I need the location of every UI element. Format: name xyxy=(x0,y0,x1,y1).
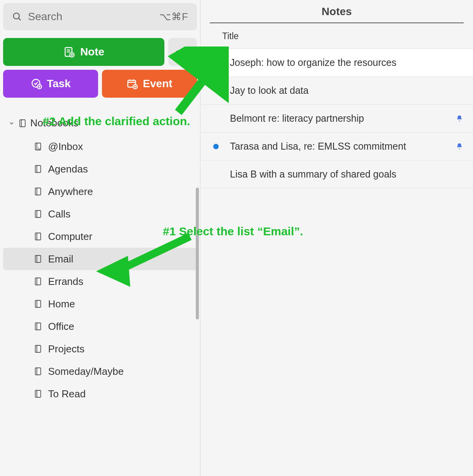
svg-rect-24 xyxy=(35,166,41,172)
notebook-icon xyxy=(33,142,43,151)
note-title: Lisa B with a summary of shared goals xyxy=(222,169,464,180)
svg-rect-32 xyxy=(35,255,41,262)
sidebar-item-notebook[interactable]: Computer xyxy=(3,225,197,248)
note-row[interactable]: Tarasa and Lisa, re: EMLSS commitment xyxy=(200,133,473,160)
sidebar-item-label: Office xyxy=(48,321,74,333)
task-plus-icon xyxy=(31,78,42,90)
note-title: Joseph: how to organize the resources xyxy=(222,57,464,68)
svg-rect-26 xyxy=(35,188,41,195)
notebook-icon xyxy=(33,322,43,331)
note-title: Belmont re: literacy partnership xyxy=(222,113,451,124)
event-button-label: Event xyxy=(143,78,172,90)
new-task-button[interactable]: Task xyxy=(3,70,98,98)
notebook-icon xyxy=(33,254,43,264)
svg-rect-42 xyxy=(35,368,41,375)
bell-icon xyxy=(455,114,464,123)
note-row[interactable]: Belmont re: literacy partnership xyxy=(200,105,473,133)
sidebar-item-notebook[interactable]: Office xyxy=(3,315,197,338)
note-row[interactable]: Lisa B with a summary of shared goals xyxy=(200,160,473,188)
sidebar-item-label: To Read xyxy=(48,388,86,400)
sidebar-item-notebook[interactable]: Email xyxy=(3,248,197,270)
svg-rect-44 xyxy=(35,390,41,397)
search-shortcut: ⌥⌘F xyxy=(159,11,188,23)
note-title: Jay to look at data xyxy=(222,85,464,96)
sidebar-item-notebook[interactable]: Someday/Maybe xyxy=(3,360,197,383)
notebook-icon xyxy=(33,277,43,286)
svg-rect-28 xyxy=(35,210,41,217)
notebook-list: @InboxAgendasAnywhereCallsComputerEmailE… xyxy=(3,135,197,405)
new-event-button[interactable]: Event xyxy=(102,70,197,98)
svg-marker-23 xyxy=(38,147,39,148)
notebook-icon xyxy=(33,299,43,309)
bell-icon xyxy=(455,142,464,151)
main-panel: Notes Title Joseph: how to organize the … xyxy=(200,0,473,476)
note-list: Joseph: how to organize the resourcesJay… xyxy=(200,49,473,188)
notebook-icon xyxy=(33,209,43,219)
sidebar-item-notebook[interactable]: @Inbox xyxy=(3,135,197,158)
sidebar-item-label: Someday/Maybe xyxy=(48,366,124,378)
sidebar-item-notebook[interactable]: Agendas xyxy=(3,158,197,180)
sidebar-item-notebook[interactable]: Home xyxy=(3,293,197,315)
sidebar-item-label: @Inbox xyxy=(48,141,83,153)
svg-rect-34 xyxy=(35,278,41,285)
svg-point-0 xyxy=(14,13,19,19)
sidebar-item-notebook[interactable]: To Read xyxy=(3,383,197,405)
task-button-label: Task xyxy=(47,78,71,90)
unread-indicator-slot xyxy=(210,144,222,149)
sidebar-item-label: Calls xyxy=(48,208,71,220)
sidebar-item-label: Agendas xyxy=(48,163,88,175)
sidebar-item-notebook[interactable]: Errands xyxy=(3,270,197,293)
notebook-icon xyxy=(33,164,43,174)
notebooks-icon xyxy=(18,119,27,128)
note-title: Tarasa and Lisa, re: EMLSS commitment xyxy=(222,141,451,152)
sidebar-item-label: Errands xyxy=(48,276,83,288)
notebook-icon xyxy=(33,232,43,241)
search-input[interactable]: Search ⌥⌘F xyxy=(3,3,197,30)
column-header-title[interactable]: Title xyxy=(200,23,473,49)
sidebar-item-notebook[interactable]: Anywhere xyxy=(3,180,197,203)
unread-dot-icon xyxy=(213,144,219,149)
svg-rect-30 xyxy=(35,233,41,240)
sidebar-item-label: Projects xyxy=(48,343,85,355)
sidebar-item-label: Anywhere xyxy=(48,186,93,198)
chevron-down-icon xyxy=(9,120,15,126)
svg-rect-38 xyxy=(35,323,41,330)
event-plus-icon xyxy=(126,78,138,90)
sidebar: Search ⌥⌘F Note ••• xyxy=(0,0,200,476)
note-row[interactable]: Joseph: how to organize the resources xyxy=(200,49,473,77)
svg-rect-40 xyxy=(35,345,41,352)
sidebar-item-label: Home xyxy=(48,298,75,310)
notebook-icon xyxy=(33,367,43,376)
notebook-icon xyxy=(33,389,43,398)
sidebar-item-notebook[interactable]: Calls xyxy=(3,203,197,225)
new-note-button[interactable]: Note xyxy=(3,38,164,66)
more-button[interactable]: ••• xyxy=(168,38,197,66)
notebook-icon xyxy=(33,344,43,354)
more-dots-icon: ••• xyxy=(176,46,189,58)
svg-rect-19 xyxy=(20,120,25,127)
sidebar-item-label: Email xyxy=(48,253,73,265)
note-plus-icon xyxy=(63,46,75,58)
search-icon xyxy=(12,11,22,22)
svg-line-1 xyxy=(19,18,21,21)
note-row[interactable]: Jay to look at data xyxy=(200,77,473,105)
main-header: Notes xyxy=(200,0,473,22)
svg-rect-36 xyxy=(35,300,41,307)
notebooks-label: Notebooks xyxy=(30,117,78,129)
main-header-title: Notes xyxy=(322,5,352,17)
sidebar-item-label: Computer xyxy=(48,231,92,243)
notebook-icon xyxy=(33,187,43,196)
sidebar-item-notebook[interactable]: Projects xyxy=(3,338,197,360)
sidebar-scrollbar[interactable] xyxy=(196,188,199,319)
notebooks-toggle[interactable]: Notebooks xyxy=(3,114,197,132)
note-button-label: Note xyxy=(80,46,104,58)
search-placeholder: Search xyxy=(28,10,159,23)
column-header-title-label: Title xyxy=(222,31,239,41)
